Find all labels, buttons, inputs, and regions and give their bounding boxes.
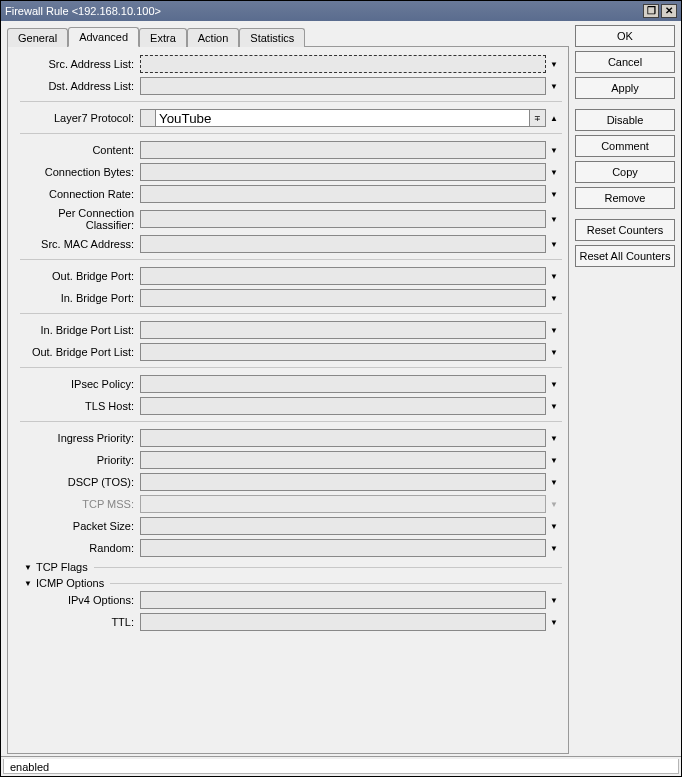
dst-address-list-expand[interactable]: ▼ (546, 77, 562, 95)
ipsec-policy-input[interactable] (140, 375, 546, 393)
connection-bytes-expand[interactable]: ▼ (546, 163, 562, 181)
src-address-list-label: Src. Address List: (12, 58, 140, 70)
priority-expand[interactable]: ▼ (546, 451, 562, 469)
priority-label: Priority: (12, 454, 140, 466)
tcp-flags-label: TCP Flags (36, 561, 88, 573)
tab-advanced[interactable]: Advanced (68, 27, 139, 47)
out-bridge-port-label: Out. Bridge Port: (12, 270, 140, 282)
tcp-mss-expand: ▼ (546, 495, 562, 513)
tab-extra[interactable]: Extra (139, 28, 187, 47)
separator (20, 133, 562, 139)
random-expand[interactable]: ▼ (546, 539, 562, 557)
src-mac-address-input[interactable] (140, 235, 546, 253)
ipv4-options-label: IPv4 Options: (12, 594, 140, 606)
random-label: Random: (12, 542, 140, 554)
window-titlebar: Firewall Rule <192.168.10.100> ❐ ✕ (1, 1, 681, 21)
reset-all-counters-button[interactable]: Reset All Counters (575, 245, 675, 267)
tls-host-expand[interactable]: ▼ (546, 397, 562, 415)
ttl-label: TTL: (12, 616, 140, 628)
layer7-protocol-label: Layer7 Protocol: (12, 112, 140, 124)
per-connection-classifier-input[interactable] (140, 210, 546, 228)
connection-rate-input[interactable] (140, 185, 546, 203)
tcp-mss-input (140, 495, 546, 513)
in-bridge-port-list-input[interactable] (140, 321, 546, 339)
disable-button[interactable]: Disable (575, 109, 675, 131)
layer7-protocol-input[interactable] (156, 109, 530, 127)
cancel-button[interactable]: Cancel (575, 51, 675, 73)
src-mac-address-expand[interactable]: ▼ (546, 235, 562, 253)
separator (20, 313, 562, 319)
content-label: Content: (12, 144, 140, 156)
tcp-mss-label: TCP MSS: (12, 498, 140, 510)
remove-button[interactable]: Remove (575, 187, 675, 209)
in-bridge-port-input[interactable] (140, 289, 546, 307)
separator (20, 367, 562, 373)
tab-statistics[interactable]: Statistics (239, 28, 305, 47)
ipv4-options-input[interactable] (140, 591, 546, 609)
apply-button[interactable]: Apply (575, 77, 675, 99)
out-bridge-port-list-input[interactable] (140, 343, 546, 361)
connection-bytes-label: Connection Bytes: (12, 166, 140, 178)
in-bridge-port-list-label: In. Bridge Port List: (12, 324, 140, 336)
tab-bar: General Advanced Extra Action Statistics (7, 25, 569, 47)
ttl-expand[interactable]: ▼ (546, 613, 562, 631)
comment-button[interactable]: Comment (575, 135, 675, 157)
tls-host-label: TLS Host: (12, 400, 140, 412)
content-input[interactable] (140, 141, 546, 159)
ipsec-policy-label: IPsec Policy: (12, 378, 140, 390)
connection-rate-label: Connection Rate: (12, 188, 140, 200)
advanced-panel: Src. Address List: ▼ Dst. Address List: … (7, 47, 569, 754)
dscp-tos-expand[interactable]: ▼ (546, 473, 562, 491)
separator (20, 421, 562, 427)
priority-input[interactable] (140, 451, 546, 469)
packet-size-label: Packet Size: (12, 520, 140, 532)
in-bridge-port-expand[interactable]: ▼ (546, 289, 562, 307)
ingress-priority-input[interactable] (140, 429, 546, 447)
separator (20, 101, 562, 107)
src-address-list-expand[interactable]: ▼ (546, 55, 562, 73)
dst-address-list-label: Dst. Address List: (12, 80, 140, 92)
ttl-input[interactable] (140, 613, 546, 631)
in-bridge-port-label: In. Bridge Port: (12, 292, 140, 304)
icmp-options-label: ICMP Options (36, 577, 104, 589)
window-title: Firewall Rule <192.168.10.100> (5, 5, 641, 17)
tls-host-input[interactable] (140, 397, 546, 415)
out-bridge-port-list-expand[interactable]: ▼ (546, 343, 562, 361)
reset-counters-button[interactable]: Reset Counters (575, 219, 675, 241)
per-connection-classifier-label: Per Connection Classifier: (12, 207, 140, 231)
layer7-protocol-dropdown[interactable]: ∓ (530, 109, 546, 127)
ingress-priority-expand[interactable]: ▼ (546, 429, 562, 447)
layer7-protocol-collapse[interactable]: ▲ (546, 109, 562, 127)
out-bridge-port-expand[interactable]: ▼ (546, 267, 562, 285)
ok-button[interactable]: OK (575, 25, 675, 47)
tcp-flags-disclosure[interactable]: ▼ TCP Flags (24, 561, 562, 573)
titlebar-restore-button[interactable]: ❐ (643, 4, 659, 18)
layer7-protocol-not-checkbox[interactable] (140, 109, 156, 127)
out-bridge-port-list-label: Out. Bridge Port List: (12, 346, 140, 358)
random-input[interactable] (140, 539, 546, 557)
in-bridge-port-list-expand[interactable]: ▼ (546, 321, 562, 339)
src-address-list-input[interactable] (140, 55, 546, 73)
ipsec-policy-expand[interactable]: ▼ (546, 375, 562, 393)
connection-rate-expand[interactable]: ▼ (546, 185, 562, 203)
tab-action[interactable]: Action (187, 28, 240, 47)
out-bridge-port-input[interactable] (140, 267, 546, 285)
packet-size-expand[interactable]: ▼ (546, 517, 562, 535)
copy-button[interactable]: Copy (575, 161, 675, 183)
chevron-down-icon: ▼ (24, 579, 32, 588)
titlebar-close-button[interactable]: ✕ (661, 4, 677, 18)
ipv4-options-expand[interactable]: ▼ (546, 591, 562, 609)
ingress-priority-label: Ingress Priority: (12, 432, 140, 444)
src-mac-address-label: Src. MAC Address: (12, 238, 140, 250)
dscp-tos-input[interactable] (140, 473, 546, 491)
content-expand[interactable]: ▼ (546, 141, 562, 159)
chevron-down-icon: ▼ (24, 563, 32, 572)
status-bar: enabled (1, 756, 681, 776)
dst-address-list-input[interactable] (140, 77, 546, 95)
icmp-options-disclosure[interactable]: ▼ ICMP Options (24, 577, 562, 589)
packet-size-input[interactable] (140, 517, 546, 535)
connection-bytes-input[interactable] (140, 163, 546, 181)
per-connection-classifier-expand[interactable]: ▼ (546, 210, 562, 228)
status-enabled: enabled (3, 759, 679, 774)
tab-general[interactable]: General (7, 28, 68, 47)
